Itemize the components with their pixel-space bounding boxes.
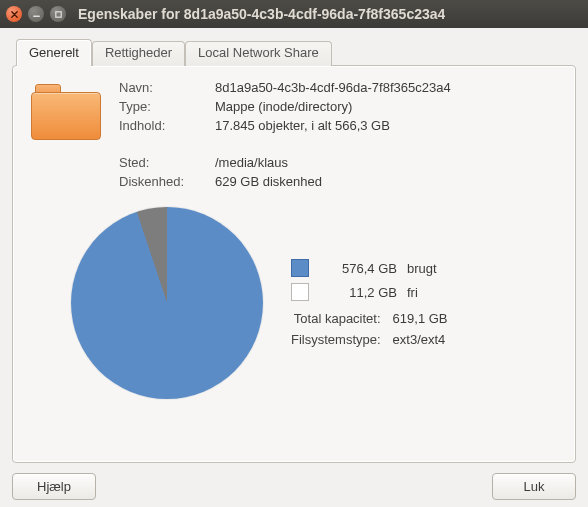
swatch-free-icon [291,283,309,301]
value-name: 8d1a9a50-4c3b-4cdf-96da-7f8f365c23a4 [215,80,451,95]
close-button[interactable]: Luk [492,473,576,500]
legend-free-value: 11,2 GB [323,285,397,300]
titlebar: Egenskaber for 8d1a9a50-4c3b-4cdf-96da-7… [0,0,588,28]
value-location: /media/klaus [215,155,451,170]
legend-row-free: 11,2 GB fri [291,283,448,301]
legend-used-label: brugt [407,261,448,276]
general-panel: Navn: 8d1a9a50-4c3b-4cdf-96da-7f8f365c23… [12,65,576,463]
value-total-capacity: 619,1 GB [393,311,448,326]
svg-rect-0 [55,11,60,16]
tab-bar: Generelt Rettigheder Local Network Share [16,39,576,66]
properties-grid: Navn: 8d1a9a50-4c3b-4cdf-96da-7f8f365c23… [119,80,451,189]
value-volume: 629 GB diskenhed [215,174,451,189]
folder-icon [31,84,101,140]
tab-permissions[interactable]: Rettigheder [92,41,185,66]
legend: 576,4 GB brugt 11,2 GB fri Total kapacit… [291,259,448,347]
label-volume: Diskenhed: [119,174,209,189]
label-location: Sted: [119,155,209,170]
value-fs-type: ext3/ext4 [393,332,448,347]
value-content: 17.845 objekter, i alt 566,3 GB [215,118,451,133]
disk-usage-pie-chart [71,207,263,399]
legend-used-value: 576,4 GB [323,261,397,276]
label-type: Type: [119,99,209,114]
label-fs-type: Filsystemstype: [291,332,381,347]
label-total-capacity: Total kapacitet: [291,311,381,326]
minimize-icon[interactable] [28,6,44,22]
close-icon[interactable] [6,6,22,22]
legend-row-used: 576,4 GB brugt [291,259,448,277]
legend-free-label: fri [407,285,448,300]
tab-local-network-share[interactable]: Local Network Share [185,41,332,66]
window-title: Egenskaber for 8d1a9a50-4c3b-4cdf-96da-7… [78,6,445,22]
label-content: Indhold: [119,118,209,133]
tab-general[interactable]: Generelt [16,39,92,66]
label-name: Navn: [119,80,209,95]
swatch-used-icon [291,259,309,277]
value-type: Mappe (inode/directory) [215,99,451,114]
help-button[interactable]: Hjælp [12,473,96,500]
maximize-icon[interactable] [50,6,66,22]
